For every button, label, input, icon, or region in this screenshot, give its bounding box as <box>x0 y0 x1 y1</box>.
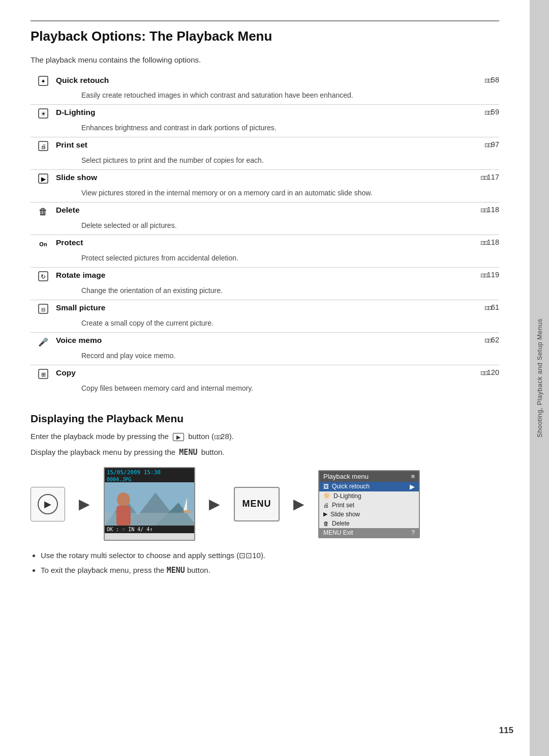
menu-button-diagram: MENU <box>234 487 280 521</box>
svg-text:🗑: 🗑 <box>39 207 48 217</box>
side-tab: Shooting, Playback and Setup Menus <box>530 0 549 756</box>
menu-row: ▶ Slide show ⊡⊡117 <box>30 170 499 188</box>
menu-desc: Select pictures to print and the number … <box>56 155 499 170</box>
menu-icon: ⊟ <box>30 300 56 318</box>
svg-text:▶: ▶ <box>41 176 46 183</box>
section2-line1: Enter the playback mode by pressing the … <box>30 431 499 443</box>
menu-desc-row: Delete selected or all pictures. <box>30 220 499 235</box>
svg-text:⊟: ⊟ <box>41 307 45 312</box>
menu-icon: ▶ <box>30 170 56 188</box>
menu-label: Protect <box>56 235 459 253</box>
menu-desc: Protect selected pictures from accidenta… <box>56 253 499 268</box>
bullet-item: Use the rotary multi selector to choose … <box>41 550 499 562</box>
svg-text:🎤: 🎤 <box>38 337 48 347</box>
menu-ref: ⊡⊡118 <box>459 202 499 221</box>
menu-ref: ⊡⊡118 <box>459 235 499 253</box>
menu-icon: 🎤 <box>30 333 56 351</box>
svg-text:✦: ✦ <box>41 78 46 85</box>
diagram: ▶ ▶ 15/05/2009 15:30 0004.JPG <box>30 467 499 541</box>
menu-label: Rotate image <box>56 268 459 286</box>
arrow3: ▶ <box>289 494 309 514</box>
menu-label: Quick retouch <box>56 73 459 90</box>
menu-row: 🖨 Print set ⊡⊡97 <box>30 137 499 156</box>
bullet-item: To exit the playback menu, press the MEN… <box>41 565 499 576</box>
play-button-diagram: ▶ <box>30 487 65 521</box>
menu-desc: Easily create retouched images in which … <box>56 90 499 105</box>
menu-ref: ⊡⊡120 <box>459 365 499 384</box>
play-button-icon: ▶ <box>38 494 58 514</box>
menu-row: ⊞ Copy ⊡⊡120 <box>30 365 499 384</box>
menu-box-header: Playback menu ≡ <box>319 471 419 482</box>
menu-desc-row: Enhances brightness and contrast in dark… <box>30 123 499 137</box>
menu-ref: ⊡⊡59 <box>459 105 499 123</box>
menu-icon: 🗑 <box>30 202 56 221</box>
menu-options-table: ✦ Quick retouch ⊡⊡58 Easily create retou… <box>30 73 499 397</box>
svg-text:🖨: 🖨 <box>41 143 46 150</box>
arrow-right-icon: ▶ <box>79 496 90 512</box>
menu-ref: ⊡⊡119 <box>459 268 499 286</box>
menu-icon: ↻ <box>30 268 56 286</box>
menu-desc: View pictures stored in the internal mem… <box>56 188 499 202</box>
svg-text:On: On <box>39 241 47 247</box>
svg-point-24 <box>117 492 130 507</box>
menu-desc: Change the orientation of an existing pi… <box>56 285 499 300</box>
menu-box-item: 🖨Print set <box>319 501 419 510</box>
menu-label: Voice memo <box>56 333 459 351</box>
menu-icon: 🖨 <box>30 137 56 156</box>
menu-icon: ⊞ <box>30 365 56 384</box>
arrow2: ▶ <box>204 494 225 514</box>
arrow-right-icon3: ▶ <box>293 496 304 512</box>
menu-desc: Record and play voice memo. <box>56 351 499 365</box>
svg-rect-25 <box>116 506 131 526</box>
menu-desc-row: Protect selected pictures from accidenta… <box>30 253 499 268</box>
menu-desc: Create a small copy of the current pictu… <box>56 318 499 333</box>
menu-desc: Enhances brightness and contrast in dark… <box>56 123 499 137</box>
menu-label: Delete <box>56 202 459 221</box>
arrow-right-icon2: ▶ <box>209 496 220 512</box>
menu-desc-row: Select pictures to print and the number … <box>30 155 499 170</box>
bullet-list: Use the rotary multi selector to choose … <box>41 550 499 576</box>
menu-desc-row: Change the orientation of an existing pi… <box>30 285 499 300</box>
arrow1: ▶ <box>74 494 95 514</box>
section2-line2: Display the playback menu by pressing th… <box>30 447 499 458</box>
menu-desc-row: Record and play voice memo. <box>30 351 499 365</box>
menu-label: Print set <box>56 137 459 156</box>
person-silhouette <box>112 492 135 526</box>
menu-ref: ⊡⊡58 <box>459 73 499 90</box>
svg-text:⊞: ⊞ <box>41 371 46 377</box>
menu-row: On Protect ⊡⊡118 <box>30 235 499 253</box>
camera-screen: 15/05/2009 15:30 0004.JPG <box>104 467 195 541</box>
menu-desc: Delete selected or all pictures. <box>56 220 499 235</box>
menu-ref: ⊡⊡117 <box>459 170 499 188</box>
menu-label: Small picture <box>56 300 459 318</box>
menu-box-footer: MENU Exit ? <box>319 528 419 537</box>
menu-icon: ☀ <box>30 105 56 123</box>
menu-desc: Copy files between memory card and inter… <box>56 383 499 397</box>
svg-rect-23 <box>184 510 191 513</box>
menu-box-item: 🖼Quick retouch▶ <box>319 482 419 491</box>
playback-menu-box: Playback menu ≡ 🖼Quick retouch▶🔆D-Lighti… <box>318 470 420 538</box>
menu-box-item: 🗑Delete <box>319 519 419 528</box>
screen-datetime: 15/05/2009 15:30 <box>105 468 194 477</box>
svg-text:☀: ☀ <box>41 110 46 118</box>
menu-row: ☀ D-Lighting ⊡⊡59 <box>30 105 499 123</box>
svg-text:↻: ↻ <box>41 273 46 280</box>
menu-label: Copy <box>56 365 459 384</box>
menu-ref: ⊡⊡62 <box>459 333 499 351</box>
menu-desc-row: Copy files between memory card and inter… <box>30 383 499 397</box>
menu-row: ↻ Rotate image ⊡⊡119 <box>30 268 499 286</box>
menu-icon: On <box>30 235 56 253</box>
page-number: 115 <box>499 725 513 736</box>
menu-row: ⊟ Small picture ⊡⊡61 <box>30 300 499 318</box>
screen-image <box>105 482 194 526</box>
screen-bottom: OK : ☞ IN 4/ 4↑ <box>105 526 194 533</box>
menu-box-item: 🔆D-Lighting <box>319 491 419 501</box>
menu-row: ✦ Quick retouch ⊡⊡58 <box>30 73 499 90</box>
intro-text: The playback menu contains the following… <box>30 55 499 64</box>
section2-title: Displaying the Playback Menu <box>30 413 499 425</box>
menu-row: 🎤 Voice memo ⊡⊡62 <box>30 333 499 351</box>
page-title: Playback Options: The Playback Menu <box>30 20 499 44</box>
menu-row: 🗑 Delete ⊡⊡118 <box>30 202 499 221</box>
screen-filename: 0004.JPG <box>105 477 194 482</box>
menu-ref: ⊡⊡61 <box>459 300 499 318</box>
